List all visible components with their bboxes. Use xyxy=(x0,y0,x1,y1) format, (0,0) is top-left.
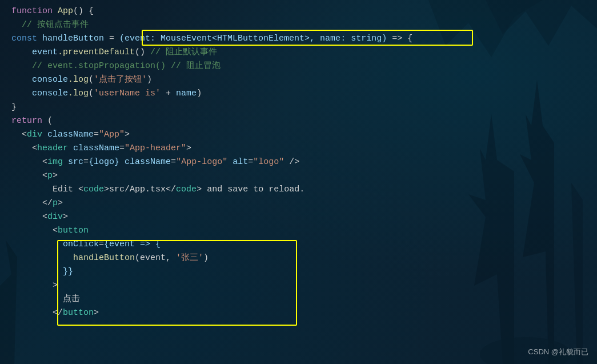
code-line-8: } xyxy=(11,101,586,114)
code-line-16: <div> xyxy=(11,210,586,224)
code-line-1: function App() { xyxy=(11,5,586,18)
code-line-6: console.log('点击了按钮') xyxy=(11,73,586,87)
code-line-11: <header className="App-header"> xyxy=(11,142,586,155)
code-line-17: <button xyxy=(11,224,586,238)
code-line-2: // 按钮点击事件 xyxy=(11,18,586,32)
code-line-21: > xyxy=(11,279,586,293)
code-line-23: </button> xyxy=(11,306,586,320)
code-line-13: <p> xyxy=(11,169,586,183)
code-line-14: Edit <code>src/App.tsx</code> and save t… xyxy=(11,183,586,197)
code-line-15: </p> xyxy=(11,197,586,210)
code-line-10: <div className="App"> xyxy=(11,128,586,142)
param-highlight-text: (event: MouseEvent<HTMLButtonElement>, n… xyxy=(119,32,387,46)
func-name-app: App xyxy=(58,5,73,18)
code-line-20: }} xyxy=(11,265,586,279)
code-line-9: return ( xyxy=(11,114,586,128)
code-line-18: onClick={event => { xyxy=(11,238,586,251)
code-line-5: // event.stopPropagation() // 阻止冒泡 xyxy=(11,59,586,73)
code-editor: function App() { // 按钮点击事件 const handleB… xyxy=(0,0,597,364)
code-line-19: handleButton(event, '张三') xyxy=(11,251,586,265)
code-line-12: <img src={logo} className="App-logo" alt… xyxy=(11,155,586,169)
code-line-7: console.log('userName is' + name) xyxy=(11,87,586,101)
code-line-3: const handleButton = (event: MouseEvent<… xyxy=(11,32,586,46)
keyword-function: function xyxy=(11,5,58,18)
code-line-22: 点击 xyxy=(11,293,586,306)
code-line-4: event.preventDefault() // 阻止默认事件 xyxy=(11,46,586,59)
watermark: CSDN @礼貌而已 xyxy=(528,346,588,358)
